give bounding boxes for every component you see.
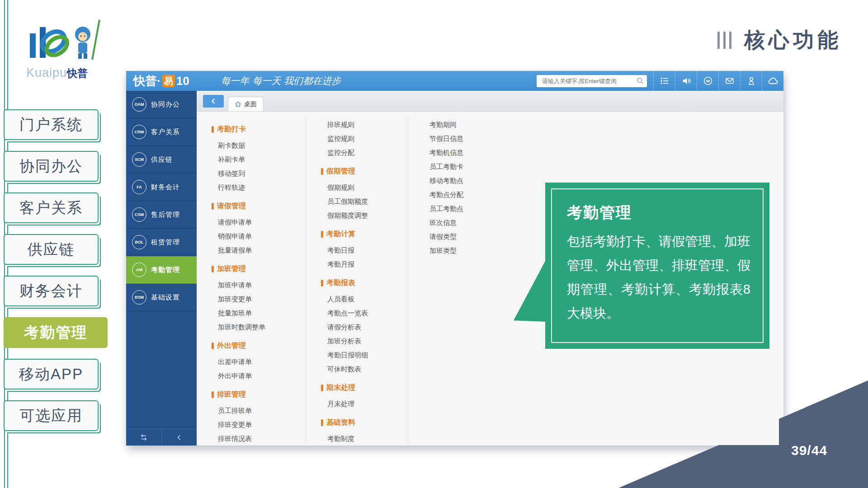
user-icon[interactable] <box>740 71 762 91</box>
menu-item[interactable]: 补刷卡单 <box>212 153 306 167</box>
module-badge: OAM <box>132 97 146 112</box>
menu-section-header[interactable]: 外出管理 <box>212 334 306 355</box>
menu-column: 考勤期间 节假日信息 考勤机信息 <box>408 117 544 446</box>
app-sidebar-item[interactable]: AM 考勤管理 <box>126 256 197 284</box>
menu-section-header[interactable]: 排班管理 <box>212 383 306 404</box>
slide: Kuaipu快普 核心功能 门户系统 协同办公 客户关系 供应链 财务 <box>0 0 868 488</box>
side-nav: 门户系统 协同办公 客户关系 供应链 财务会计 考勤管理 移动APP <box>4 109 108 442</box>
menu-item[interactable]: 考勤日报 <box>321 244 408 258</box>
module-badge: CRM <box>132 125 146 139</box>
side-nav-item[interactable]: 协同办公 <box>4 151 99 182</box>
menu-section-header[interactable]: 加班管理 <box>212 258 306 278</box>
menu-item[interactable]: 排班规则 <box>321 118 408 132</box>
app-sidebar-item[interactable]: BSM 基础设置 <box>126 284 197 311</box>
menu-item[interactable]: 销假申请单 <box>212 230 306 244</box>
menu-item[interactable]: 月末处理 <box>321 397 408 411</box>
brand-text: Kuaipu快普 <box>24 66 114 80</box>
menu-item[interactable]: 员工考勤点 <box>423 202 544 216</box>
side-nav-item[interactable]: 财务会计 <box>4 276 99 306</box>
menu-item[interactable]: 请假分析表 <box>321 320 408 334</box>
brand-logo: Kuaipu快普 <box>24 18 114 80</box>
menu-item[interactable]: 考勤制度 <box>321 432 408 446</box>
menu-item[interactable]: 考勤机信息 <box>423 146 544 160</box>
section-bullet <box>212 391 214 398</box>
collapse-icon[interactable] <box>161 429 197 446</box>
menu-section-header[interactable]: 考勤打卡 <box>212 118 306 139</box>
app-sidebar-item[interactable]: FA 财务会计 <box>126 174 197 201</box>
menu-item[interactable]: 请假申请单 <box>212 216 306 230</box>
menu-section-header[interactable]: 假期管理 <box>321 160 408 181</box>
module-label: 客户关系 <box>151 128 180 136</box>
app-sidebar-item[interactable]: OAM 协同办公 <box>126 91 197 118</box>
side-nav-item[interactable]: 门户系统 <box>4 109 99 140</box>
menu-item[interactable]: 考勤月报 <box>321 258 408 272</box>
tab-desktop[interactable]: 桌面 <box>228 97 264 111</box>
menu-item[interactable]: 刷卡数据 <box>212 139 306 153</box>
menu-item[interactable]: 加班申请单 <box>212 278 306 292</box>
side-nav-item-label: 门户系统 <box>19 115 83 135</box>
menu-item[interactable]: 假期额度调整 <box>321 209 408 223</box>
back-button[interactable] <box>203 95 224 108</box>
side-nav-item[interactable]: 移动APP <box>4 359 99 389</box>
side-nav-item[interactable]: 考勤管理 <box>4 317 108 348</box>
side-nav-item[interactable]: 客户关系 <box>4 192 99 223</box>
app-sidebar-item[interactable]: BOL 租赁管理 <box>126 229 197 256</box>
menu-item[interactable]: 考勤点一览表 <box>321 306 408 320</box>
app-sidebar: OAM 协同办公 CRM 客户关系 SCM 供应链 FA <box>126 91 197 446</box>
menu-item[interactable]: 人员看板 <box>321 292 408 306</box>
menu-item[interactable]: 节假日信息 <box>423 132 544 146</box>
app-sidebar-item[interactable]: CSM 售后管理 <box>126 201 197 229</box>
menu-item[interactable]: 批量加班单 <box>212 306 306 320</box>
menu-section-header[interactable]: 期末处理 <box>321 376 408 397</box>
module-label: 协同办公 <box>151 100 180 109</box>
app-sidebar-footer <box>126 429 197 446</box>
sound-icon[interactable] <box>675 71 697 91</box>
menu-item[interactable]: 可休时数表 <box>321 362 408 376</box>
side-nav-item-label: 财务会计 <box>19 281 83 301</box>
menu-item[interactable]: 员工排班单 <box>212 404 306 418</box>
menu-section-header[interactable]: 请假管理 <box>212 195 306 216</box>
menu-item[interactable]: 班次信息 <box>423 216 544 230</box>
search-icon[interactable] <box>636 77 644 85</box>
search-box[interactable] <box>537 75 647 87</box>
menu-item[interactable]: 移动考勤点 <box>423 174 544 188</box>
menu-item[interactable]: 加班时数调整单 <box>212 320 306 334</box>
im-icon[interactable]: IM <box>697 71 718 91</box>
search-input[interactable] <box>541 77 636 85</box>
menu-item[interactable]: 加班类型 <box>423 244 544 258</box>
menu-item[interactable]: 监控分配 <box>321 146 408 160</box>
menu-item[interactable]: 移动签到 <box>212 167 306 181</box>
section-bullet <box>212 266 214 272</box>
menu-section-header[interactable]: 基础资料 <box>321 411 408 432</box>
mail-icon[interactable] <box>718 71 740 91</box>
menu-item[interactable]: 员工考勤卡 <box>423 160 544 174</box>
section-bullet <box>321 168 323 175</box>
list-icon[interactable] <box>653 71 675 91</box>
menu-item[interactable]: 加班分析表 <box>321 334 408 348</box>
menu-item[interactable]: 考勤点分配 <box>423 188 544 202</box>
menu-item[interactable]: 员工假期额度 <box>321 195 408 209</box>
app-sidebar-item[interactable]: SCM 供应链 <box>126 146 197 174</box>
section-bullet <box>321 385 323 391</box>
menu-item[interactable]: 请假类型 <box>423 230 544 244</box>
menu-section-header[interactable]: 考勤计算 <box>321 223 408 244</box>
tab-label: 桌面 <box>244 100 257 108</box>
menu-item[interactable]: 外出申请单 <box>212 369 306 383</box>
side-nav-item[interactable]: 可选应用 <box>4 400 99 431</box>
menu-item[interactable]: 假期规则 <box>321 181 408 195</box>
menu-item[interactable]: 排班情况表 <box>212 432 306 446</box>
swap-icon[interactable] <box>126 429 161 446</box>
menu-item[interactable]: 加班变更单 <box>212 292 306 306</box>
menu-item[interactable]: 排班变更单 <box>212 418 306 432</box>
menu-item[interactable]: 考勤期间 <box>423 118 544 132</box>
side-nav-item[interactable]: 供应链 <box>4 234 99 265</box>
app-sidebar-item[interactable]: CRM 客户关系 <box>126 118 197 146</box>
cloud-icon[interactable] <box>762 71 783 91</box>
menu-item[interactable]: 批量请假单 <box>212 244 306 258</box>
module-label: 售后管理 <box>151 211 180 219</box>
menu-section-header[interactable]: 考勤报表 <box>321 272 408 292</box>
menu-item[interactable]: 监控规则 <box>321 132 408 146</box>
menu-item[interactable]: 考勤日报明细 <box>321 348 408 362</box>
menu-item[interactable]: 出差申请单 <box>212 355 306 369</box>
menu-item[interactable]: 行程轨迹 <box>212 181 306 195</box>
